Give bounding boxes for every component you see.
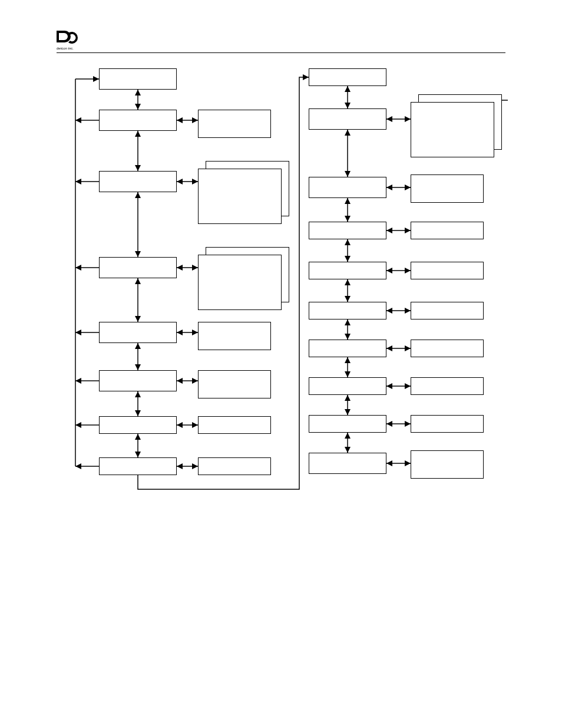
svg-text:detcon inc.: detcon inc. (57, 47, 74, 50)
svg-marker-69 (345, 216, 351, 222)
diagram-side-LS4 (198, 322, 271, 350)
diagram-node-L5 (99, 370, 177, 391)
svg-marker-8 (135, 192, 141, 198)
brand-logo: detcon inc. (57, 31, 79, 51)
diagram-node-R1 (309, 108, 386, 130)
diagram-node-L7 (99, 457, 177, 475)
svg-marker-59 (75, 463, 81, 469)
svg-marker-99 (405, 268, 411, 274)
svg-marker-77 (345, 319, 351, 325)
svg-marker-111 (405, 421, 411, 427)
diagram-side-LS7 (198, 457, 271, 475)
svg-marker-3 (135, 104, 141, 110)
svg-marker-84 (345, 409, 351, 415)
diagram-node-L6 (99, 416, 177, 434)
svg-marker-12 (135, 316, 141, 322)
svg-marker-65 (345, 130, 351, 136)
svg-marker-18 (135, 410, 141, 416)
svg-marker-92 (386, 185, 392, 190)
diagram-node-R4 (309, 262, 386, 279)
svg-marker-21 (135, 452, 141, 457)
diagram-node-R3 (309, 222, 386, 239)
diagram-side-RS1 (411, 102, 494, 157)
diagram-side-RS2 (411, 174, 484, 203)
diagram-node-R6 (309, 340, 386, 357)
svg-marker-86 (345, 433, 351, 439)
diagram-side-RS5 (411, 302, 484, 319)
diagram-side-LS1 (198, 110, 271, 138)
diagram-side-LS2 (198, 169, 282, 224)
svg-marker-11 (135, 278, 141, 284)
svg-marker-68 (345, 198, 351, 204)
svg-marker-102 (405, 308, 411, 314)
svg-marker-81 (345, 371, 351, 377)
diagram-node-R5 (309, 302, 386, 319)
svg-marker-55 (75, 378, 81, 384)
svg-marker-89 (386, 116, 392, 122)
diagram-side-LS3 (198, 255, 282, 310)
diagram-side-LS5 (198, 370, 271, 398)
svg-marker-2 (135, 90, 141, 95)
svg-marker-20 (135, 434, 141, 440)
svg-marker-32 (177, 330, 183, 335)
svg-marker-114 (405, 460, 411, 466)
svg-marker-39 (192, 422, 198, 428)
svg-marker-41 (177, 463, 183, 469)
svg-marker-95 (386, 228, 392, 233)
svg-marker-74 (345, 279, 351, 285)
svg-marker-62 (345, 86, 351, 92)
svg-marker-107 (386, 383, 392, 389)
header-rule (57, 52, 505, 53)
svg-marker-87 (345, 447, 351, 453)
svg-marker-66 (345, 171, 351, 177)
svg-marker-60 (303, 74, 309, 80)
diagram-node-R8 (309, 415, 386, 433)
svg-marker-29 (177, 265, 183, 271)
diagram-node-L2 (99, 171, 177, 192)
svg-marker-26 (177, 179, 183, 185)
svg-marker-5 (135, 131, 141, 137)
svg-marker-110 (386, 421, 392, 427)
svg-marker-75 (345, 296, 351, 302)
svg-marker-6 (135, 165, 141, 171)
diagram-node-R9 (309, 453, 386, 474)
svg-marker-49 (75, 179, 81, 185)
svg-marker-9 (135, 251, 141, 257)
svg-marker-93 (405, 185, 411, 190)
svg-marker-83 (345, 395, 351, 401)
diagram-node-R2 (309, 177, 386, 198)
diagram-side-RS7 (411, 377, 484, 395)
diagram-side-LS6 (198, 416, 271, 434)
svg-marker-104 (386, 345, 392, 351)
svg-marker-72 (345, 256, 351, 262)
svg-marker-101 (386, 308, 392, 314)
svg-marker-33 (192, 330, 198, 335)
svg-marker-80 (345, 357, 351, 363)
svg-marker-71 (345, 239, 351, 245)
diagram-side-RS3 (411, 222, 484, 239)
diagram-node-L4 (99, 322, 177, 343)
svg-marker-78 (345, 334, 351, 340)
svg-marker-42 (192, 463, 198, 469)
svg-marker-96 (405, 228, 411, 233)
diagram-node-L1 (99, 110, 177, 131)
diagram-side-RS4 (411, 262, 484, 279)
svg-marker-24 (192, 117, 198, 123)
svg-marker-27 (192, 179, 198, 185)
svg-marker-105 (405, 345, 411, 351)
svg-marker-113 (386, 460, 392, 466)
diagram-node-R0 (309, 68, 386, 86)
svg-marker-63 (345, 103, 351, 108)
svg-marker-108 (405, 383, 411, 389)
svg-marker-45 (93, 76, 99, 82)
diagram-side-RS9 (411, 450, 484, 479)
diagram-node-R7 (309, 377, 386, 395)
diagram-node-L3 (99, 257, 177, 278)
diagram-node-L0 (99, 68, 177, 90)
diagram-side-RS8 (411, 415, 484, 433)
svg-marker-47 (75, 117, 81, 123)
svg-marker-98 (386, 268, 392, 274)
svg-marker-38 (177, 422, 183, 428)
svg-marker-53 (75, 330, 81, 335)
diagram-side-RS6 (411, 340, 484, 357)
